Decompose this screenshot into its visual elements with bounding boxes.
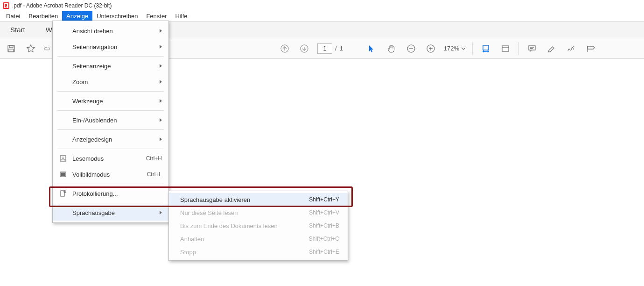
dd-label: Seitennavigation: [72, 43, 155, 50]
sprachausgabe-submenu: Sprachausgabe aktivieren Shift+Ctrl+Y Nu…: [168, 191, 348, 261]
dd-zoom[interactable]: Zoom: [53, 74, 168, 90]
dd-anzeigedesign[interactable]: Anzeigedesign: [53, 131, 168, 147]
page-down-icon[interactable]: [298, 42, 311, 55]
dd-werkzeuge[interactable]: Werkzeuge: [53, 93, 168, 109]
chevron-right-icon: [160, 211, 162, 214]
chevron-right-icon: [160, 29, 162, 33]
sm-label: Nur diese Seite lesen: [180, 209, 304, 216]
chevron-right-icon: [160, 99, 162, 103]
zoom-in-icon[interactable]: [424, 42, 437, 55]
sm-nur-diese-seite: Nur diese Seite lesen Shift+Ctrl+V: [169, 206, 348, 219]
dd-label: Sprachausgabe: [72, 209, 155, 216]
dd-protokollierung[interactable]: Protokollierung...: [53, 186, 168, 201]
separator: [57, 184, 164, 184]
cloud-icon[interactable]: [44, 42, 50, 55]
dd-label: Anzeigedesign: [72, 136, 155, 143]
sm-stopp: Stopp Shift+Ctrl+E: [169, 245, 348, 258]
separator: [57, 203, 164, 203]
sm-label: Bis zum Ende des Dokuments lesen: [180, 222, 304, 229]
chevron-right-icon: [160, 64, 162, 68]
stamp-icon[interactable]: [584, 42, 597, 55]
dd-shortcut: Ctrl+L: [147, 171, 162, 178]
separator: [57, 129, 164, 130]
chevron-right-icon: [160, 45, 162, 49]
dd-label: Lesemodus: [72, 155, 141, 162]
zoom-out-icon[interactable]: [405, 42, 418, 55]
highlight-icon[interactable]: [545, 42, 558, 55]
dd-shortcut: Ctrl+H: [146, 155, 162, 162]
svg-rect-4: [9, 49, 14, 52]
page-display-icon[interactable]: [499, 42, 512, 55]
sm-label: Anhalten: [180, 236, 304, 243]
sm-label: Sprachausgabe aktivieren: [180, 196, 304, 203]
comment-icon[interactable]: [525, 42, 539, 55]
dd-lesemodus[interactable]: Lesemodus Ctrl+H: [53, 150, 168, 166]
page-sep: /: [335, 45, 337, 52]
page-total: 1: [340, 45, 343, 52]
dd-seitennavigation[interactable]: Seitennavigation: [53, 39, 168, 55]
sm-shortcut: Shift+Ctrl+B: [309, 222, 339, 229]
sm-shortcut: Shift+Ctrl+Y: [309, 196, 339, 203]
dd-label: Vollbildmodus: [72, 171, 142, 178]
fullscreen-icon: [58, 170, 68, 179]
separator: [57, 91, 164, 92]
menu-unterschreiben[interactable]: Unterschreiben: [92, 11, 142, 21]
sign-icon[interactable]: [565, 42, 578, 55]
dd-ansicht-drehen[interactable]: Ansicht drehen: [53, 23, 168, 39]
svg-rect-3: [9, 45, 13, 48]
svg-rect-13: [61, 173, 65, 176]
menu-bearbeiten[interactable]: Bearbeiten: [24, 11, 62, 21]
chevron-right-icon: [160, 137, 162, 141]
dd-label: Werkzeuge: [72, 98, 155, 105]
menu-anzeige[interactable]: Anzeige: [62, 11, 92, 21]
svg-rect-9: [483, 45, 489, 50]
page-input[interactable]: [317, 43, 332, 54]
menu-datei[interactable]: Datei: [2, 11, 24, 21]
save-icon[interactable]: [5, 42, 18, 55]
dd-label: Ein-/Ausblenden: [72, 117, 155, 124]
anzeige-dropdown: Ansicht drehen Seitennavigation Seitenan…: [52, 21, 169, 223]
tab-start[interactable]: Start: [0, 21, 35, 38]
sm-shortcut: Shift+Ctrl+V: [309, 209, 339, 216]
menubar: Datei Bearbeiten Anzeige Unterschreiben …: [0, 11, 644, 21]
menu-hilfe[interactable]: Hilfe: [171, 11, 191, 21]
page-indicator: / 1: [317, 43, 343, 54]
chevron-down-icon: [461, 46, 466, 51]
dd-ein-ausblenden[interactable]: Ein-/Ausblenden: [53, 112, 168, 128]
star-icon[interactable]: [24, 42, 37, 55]
sm-bis-ende: Bis zum Ende des Dokuments lesen Shift+C…: [169, 219, 348, 232]
sm-label: Stopp: [180, 249, 304, 256]
sm-shortcut: Shift+Ctrl+E: [309, 249, 339, 255]
dd-vollbildmodus[interactable]: Vollbildmodus Ctrl+L: [53, 166, 168, 182]
dd-sprachausgabe[interactable]: Sprachausgabe: [53, 205, 168, 221]
sm-sprachausgabe-aktivieren[interactable]: Sprachausgabe aktivieren Shift+Ctrl+Y: [169, 193, 348, 206]
hand-icon[interactable]: [385, 42, 398, 55]
zoom-box[interactable]: 172%: [444, 45, 466, 52]
separator: [57, 110, 164, 111]
dd-label: Ansicht drehen: [72, 28, 155, 35]
svg-rect-10: [502, 46, 509, 51]
sm-anhalten: Anhalten Shift+Ctrl+C: [169, 232, 348, 245]
app-icon: [3, 2, 9, 9]
window-title: .pdf - Adobe Acrobat Reader DC (32-bit): [12, 2, 112, 9]
chevron-right-icon: [160, 80, 162, 84]
dd-label: Seitenanzeige: [72, 63, 155, 70]
reading-mode-icon: [58, 154, 68, 163]
dd-seitenanzeige[interactable]: Seitenanzeige: [53, 58, 168, 74]
separator: [57, 56, 164, 57]
chevron-right-icon: [160, 118, 162, 122]
sm-shortcut: Shift+Ctrl+C: [309, 236, 339, 242]
selection-arrow-icon[interactable]: [365, 42, 378, 55]
zoom-value: 172%: [444, 45, 459, 52]
titlebar: .pdf - Adobe Acrobat Reader DC (32-bit): [0, 0, 644, 11]
protocol-icon: [58, 189, 68, 198]
separator: [57, 149, 164, 149]
dd-label: Protokollierung...: [72, 190, 162, 197]
fit-width-icon[interactable]: [479, 42, 492, 55]
page-up-icon[interactable]: [278, 42, 291, 55]
menu-fenster[interactable]: Fenster: [142, 11, 171, 21]
dd-label: Zoom: [72, 79, 155, 86]
